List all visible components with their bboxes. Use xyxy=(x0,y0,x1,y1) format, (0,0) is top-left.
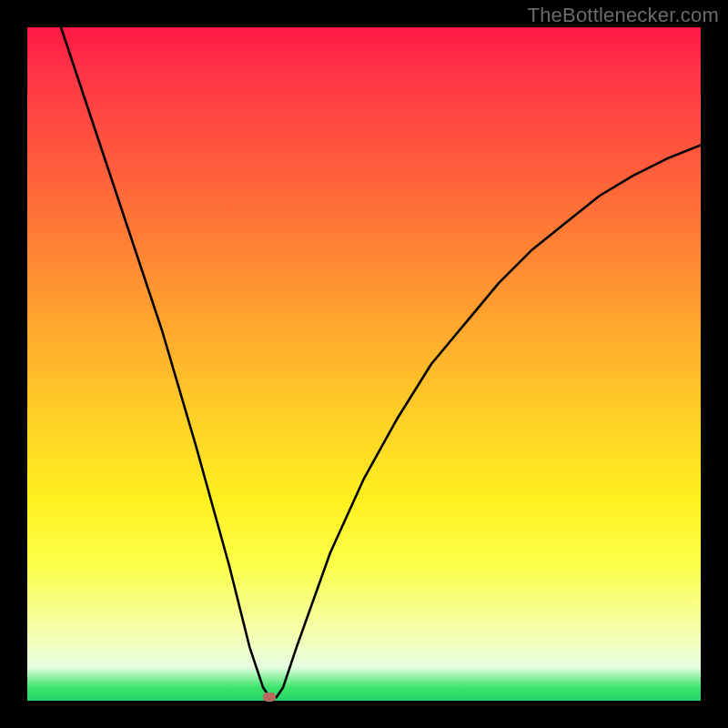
chart-frame: TheBottlenecker.com xyxy=(0,0,728,728)
optimal-point-marker xyxy=(263,693,276,702)
line-curve xyxy=(27,27,701,701)
watermark-text: TheBottlenecker.com xyxy=(528,4,719,27)
plot-area xyxy=(27,27,701,701)
